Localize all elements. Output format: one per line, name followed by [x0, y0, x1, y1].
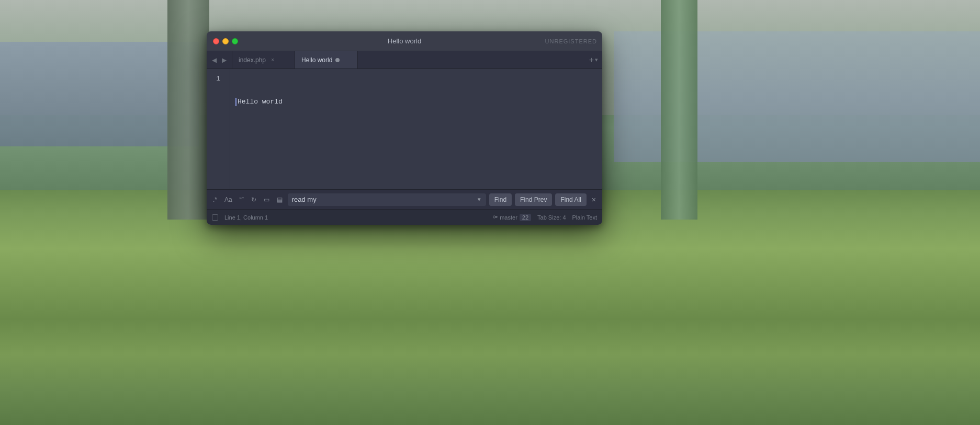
- find-dropdown-button[interactable]: ▼: [477, 197, 482, 202]
- title-bar: Hello world UNREGISTERED: [207, 31, 602, 51]
- tab-add-button[interactable]: + ▾: [585, 51, 602, 68]
- minimize-button[interactable]: [222, 38, 229, 44]
- branch-name: master: [500, 214, 517, 221]
- find-close-button[interactable]: ×: [590, 194, 598, 205]
- wrap-icon: ↻: [251, 196, 256, 203]
- window-title: Hello world: [388, 37, 421, 45]
- tab-hello-world[interactable]: Hello world: [295, 51, 358, 68]
- editor-line-1: Hello world: [235, 96, 597, 108]
- context-icon: ▤: [277, 196, 283, 203]
- maximize-button[interactable]: [232, 38, 238, 44]
- tab-dirty-indicator: [335, 58, 340, 62]
- branch-count: 22: [520, 214, 531, 221]
- find-prev-button[interactable]: Find Prev: [515, 193, 552, 206]
- tab-next-button[interactable]: ▶: [220, 55, 229, 65]
- bg-grass: [0, 190, 980, 425]
- editor-line-1-text: Hello world: [238, 96, 283, 108]
- tab-index-php-close[interactable]: ×: [269, 56, 276, 64]
- line-number-1: 1: [207, 73, 224, 85]
- bg-structure-right: [661, 0, 697, 220]
- status-bar: Line 1, Column 1 ⚩ master 22 Tab Size: 4…: [207, 209, 602, 225]
- close-button[interactable]: [213, 38, 219, 44]
- find-bar: .* Aa “” ↻ ▭ ▤ ▼ Find Find Prev Find All…: [207, 189, 602, 209]
- tab-index-php[interactable]: index.php ×: [232, 51, 295, 68]
- tab-dropdown-icon[interactable]: ▾: [595, 56, 598, 63]
- tab-index-php-label: index.php: [239, 56, 266, 64]
- tab-hello-world-label: Hello world: [301, 56, 332, 64]
- editor-content[interactable]: Hello world: [230, 69, 602, 189]
- tab-prev-button[interactable]: ◀: [210, 55, 219, 65]
- find-case-button[interactable]: Aa: [222, 195, 234, 204]
- find-button[interactable]: Find: [489, 193, 512, 206]
- find-context-button[interactable]: ▤: [275, 195, 285, 204]
- tab-size-label: Tab Size: 4: [537, 214, 566, 221]
- find-input-wrapper: ▼: [288, 193, 486, 206]
- status-checkbox[interactable]: [212, 214, 218, 221]
- tab-size[interactable]: Tab Size: 4: [537, 214, 566, 221]
- syntax-label: Plain Text: [572, 214, 598, 221]
- find-input[interactable]: [292, 196, 475, 203]
- find-in-selection-button[interactable]: ▭: [262, 195, 272, 204]
- selection-icon: ▭: [264, 196, 269, 203]
- cursor-position-label: Line 1, Column 1: [224, 214, 268, 221]
- case-icon: Aa: [224, 196, 232, 203]
- tab-add-icon: +: [589, 55, 594, 65]
- find-regex-button[interactable]: .*: [211, 195, 219, 204]
- line-numbers: 1: [207, 69, 230, 189]
- editor-area[interactable]: 1 Hello world: [207, 69, 602, 189]
- git-branch[interactable]: ⚩ master 22: [493, 214, 531, 221]
- editor-window: Hello world UNREGISTERED ◀ ▶ index.php ×…: [207, 31, 602, 225]
- close-icon: ×: [592, 196, 596, 204]
- unregistered-label: UNREGISTERED: [545, 38, 597, 44]
- tab-navigation: ◀ ▶: [207, 51, 232, 68]
- tab-bar: ◀ ▶ index.php × Hello world + ▾: [207, 51, 602, 69]
- regex-icon: .*: [213, 196, 217, 203]
- syntax-mode[interactable]: Plain Text: [572, 214, 598, 221]
- traffic-lights: [207, 38, 238, 44]
- bg-structure-left: [167, 0, 209, 220]
- cursor-position: Line 1, Column 1: [224, 214, 268, 221]
- find-wrap-button[interactable]: ↻: [249, 195, 258, 204]
- find-all-button[interactable]: Find All: [555, 193, 586, 206]
- text-cursor: [235, 98, 236, 106]
- git-icon: ⚩: [493, 214, 498, 221]
- whole-word-icon: “”: [240, 196, 244, 203]
- find-whole-word-button[interactable]: “”: [238, 195, 246, 204]
